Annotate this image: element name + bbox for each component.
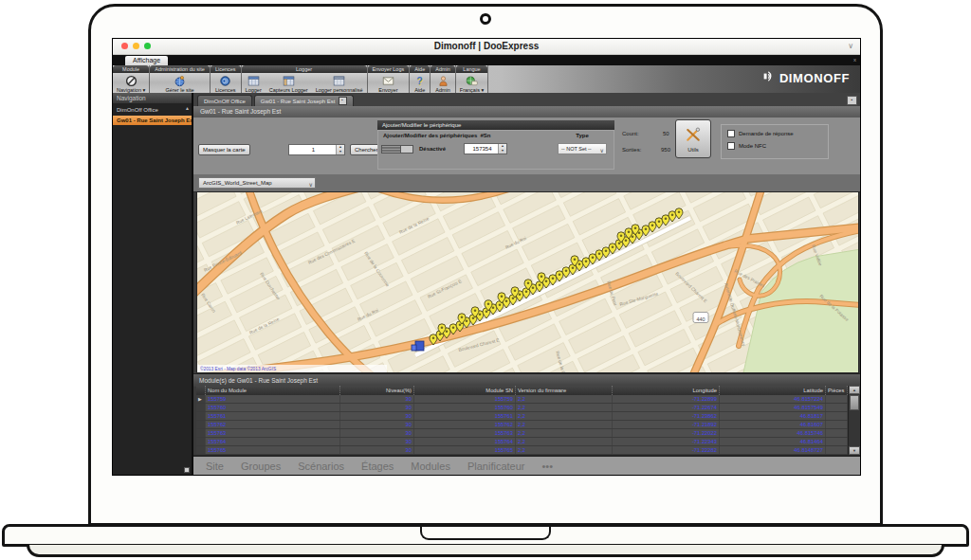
scroll-up-icon[interactable]: ▲ xyxy=(185,105,190,111)
utils-button[interactable]: Utils xyxy=(675,119,711,158)
footer-item-modules[interactable]: Modules xyxy=(411,461,450,472)
footer-item-planificateur[interactable]: Planificateur xyxy=(467,461,525,472)
row-indicator xyxy=(196,438,206,445)
scroll-down-icon[interactable]: ▼ xyxy=(849,446,860,455)
map-view[interactable]: Rue LalemantRue DorchesterRue de la Cour… xyxy=(196,191,859,373)
table-row[interactable]: 155761301557612,2-71.2386246.81817 xyxy=(196,412,848,421)
spinner-arrows-icon[interactable]: ▲▼ xyxy=(336,145,344,154)
checkbox-demande-de-r-ponse[interactable] xyxy=(727,130,735,137)
ribbon-group-label: Administration du site xyxy=(150,65,210,73)
cell-longitude: -71.22343 xyxy=(613,438,720,445)
cell-niveau: 30 xyxy=(340,438,414,445)
ribbon-button-g-rer-le-site[interactable]: Gérer le site xyxy=(162,73,198,94)
count-label: Count: xyxy=(622,131,639,136)
ribbon-button-fran-ais[interactable]: Français ▾ xyxy=(456,73,487,94)
ribbon-group-module: ModuleNavigation ▾ xyxy=(113,65,150,93)
type-label: Type xyxy=(558,133,607,138)
table-row[interactable]: 155762301557622,2-71.2189246.81607 xyxy=(196,421,848,429)
tab-affichage[interactable]: Affichage xyxy=(125,56,168,65)
sidebar-items: DimOnOff OfficeGw01 - Rue Saint Joseph E… xyxy=(113,103,192,125)
footer-item-[interactable]: ••• xyxy=(541,461,553,472)
ribbon-group-envoyer-logs: Envoyer LogsEnvoyer xyxy=(368,65,411,93)
webcam-icon xyxy=(480,13,491,25)
masquer-carte-button[interactable]: Masquer la carte xyxy=(198,144,250,155)
cell-latitude: 46.815746 xyxy=(720,429,826,437)
cell-latitude: 46.81464 xyxy=(720,438,826,445)
ribbon-group-label: Envoyer Logs xyxy=(368,65,410,73)
logger-icon xyxy=(247,75,260,87)
ribbon-group-administration-du-site: Administration du siteGérer le site xyxy=(150,65,211,93)
tab-gw01-rue-saint-joseph-est[interactable]: Gw01 - Rue Saint Joseph Est▪ xyxy=(254,95,354,106)
tools-icon xyxy=(685,126,702,144)
footer-item-site[interactable]: Site xyxy=(206,461,224,472)
column-header-nom-du-module[interactable]: Nom du Module xyxy=(206,386,340,395)
cell-module-sn: 155760 xyxy=(414,404,516,411)
map-layer-row: ArcGIS_World_Street_Map ∨ xyxy=(193,174,860,192)
column-header-niveau[interactable]: Niveau(%) xyxy=(340,386,414,395)
cell-pi-ces xyxy=(826,438,848,445)
scrollbar-thumb[interactable] xyxy=(850,395,859,410)
device-toggle[interactable] xyxy=(381,145,413,154)
ribbon-button-navigation[interactable]: Navigation ▾ xyxy=(113,73,149,94)
main-area: DimOnOff OfficeGw01 - Rue Saint Joseph E… xyxy=(193,93,860,475)
table-row[interactable]: 155764301557642,2-71.2234346.81464 xyxy=(196,438,848,446)
checkbox-row-demande-de-r-ponse[interactable]: Demande de réponse xyxy=(727,130,828,137)
close-icon[interactable]: ▪ xyxy=(339,97,347,105)
footer-item-tages[interactable]: Étages xyxy=(361,461,394,472)
modules-table: Nom du ModuleNiveau(%)Module SNVersion d… xyxy=(196,386,848,455)
checkbox-mode-nfc[interactable] xyxy=(727,142,735,150)
table-row[interactable]: ▶155759301557592,2-71.2289946.8157224 xyxy=(196,395,848,404)
cell-niveau: 30 xyxy=(340,395,414,403)
map-attribution: ©2013 Esri - Map data ©2013 ArcGIS xyxy=(200,366,276,371)
sidebar-item-gw01-rue-saint-joseph-est[interactable]: Gw01 - Rue Saint Joseph Est xyxy=(113,116,192,125)
cell-version-du-firmware: 2,2 xyxy=(516,395,613,403)
footer-item-groupes[interactable]: Groupes xyxy=(241,461,281,472)
cell-nom-du-module: 155760 xyxy=(206,404,340,411)
cell-version-du-firmware: 2,2 xyxy=(516,429,613,437)
ribbon-group-aide: Aide??Aide xyxy=(410,65,431,93)
ribbon-button-admin[interactable]: Admin xyxy=(431,73,454,94)
type-select[interactable]: -- NOT Set -- ∨ xyxy=(558,143,607,154)
ribbon-button-logger-personnalis[interactable]: Logger personnalisé xyxy=(312,73,367,94)
site-icon xyxy=(174,75,186,87)
column-header-latitude[interactable]: Latitude xyxy=(720,386,826,395)
search-number-input[interactable]: 1 ▲▼ xyxy=(288,144,345,155)
aide-icon: ?? xyxy=(413,75,426,87)
checkbox-row-mode-nfc[interactable]: Mode NFC xyxy=(727,142,828,150)
chevron-down-icon[interactable]: ∨ xyxy=(848,42,853,50)
svg-text:440: 440 xyxy=(696,316,705,322)
table-row[interactable]: 155763301557632,2-71.2202246.815746 xyxy=(196,429,848,438)
scroll-up-icon[interactable]: ▲ xyxy=(849,386,860,394)
ribbon-button-envoyer[interactable]: Envoyer xyxy=(375,73,401,94)
table-row[interactable]: 155760301557602,2-71.2267446.8157549 xyxy=(196,404,848,412)
map-layer-select[interactable]: ArcGIS_World_Street_Map ∨ xyxy=(198,177,316,189)
sidebar-item-dimonoff-office[interactable]: DimOnOff Office xyxy=(113,103,192,116)
spinner-arrows-icon[interactable]: ▲▼ xyxy=(498,144,506,154)
cell-version-du-firmware: 2,2 xyxy=(516,404,613,411)
table-scrollbar[interactable]: ▲ ▼ xyxy=(848,386,860,455)
ribbon-group-licences: LicencesLicences xyxy=(211,65,242,93)
ribbon-button-logger[interactable]: Logger xyxy=(242,73,266,94)
cell-longitude: -71.21892 xyxy=(613,421,720,428)
ribbon-button-licences[interactable]: Licences xyxy=(211,73,240,94)
table-row[interactable]: 155765301557652,2-71.2228246.8148727 xyxy=(196,446,848,455)
column-header-module-sn[interactable]: Module SN xyxy=(414,386,516,395)
cell-nom-du-module: 155761 xyxy=(206,412,340,420)
ribbon-button-aide[interactable]: ??Aide xyxy=(410,73,430,94)
tab-strip-menu-button[interactable]: ▪ xyxy=(847,96,857,105)
column-header-longitude[interactable]: Longitude xyxy=(613,386,720,395)
footer-item-sc-narios[interactable]: Scénarios xyxy=(298,461,344,472)
sn-input[interactable]: 157354 ▲▼ xyxy=(464,143,507,154)
column-header-pi-ces[interactable]: Pièces xyxy=(826,386,848,395)
envoyer-icon xyxy=(382,75,394,87)
column-header-version-du-firmware[interactable]: Version du firmware xyxy=(516,386,613,395)
cell-niveau: 30 xyxy=(340,404,414,411)
window-title: Dimonoff | DooExpress xyxy=(113,39,860,54)
resize-grip-icon[interactable] xyxy=(184,467,190,473)
tab-dimonoff-office[interactable]: DimOnOff Office xyxy=(197,95,252,106)
toggle-state-label: Désactivé xyxy=(419,146,446,152)
map-layer-value: ArcGIS_World_Street_Map xyxy=(203,180,272,186)
cell-pi-ces xyxy=(826,395,848,403)
ribbon-button-capteurs-logger[interactable]: Capteurs Logger xyxy=(266,73,312,94)
collapse-ribbon-icon[interactable]: x xyxy=(853,57,856,63)
